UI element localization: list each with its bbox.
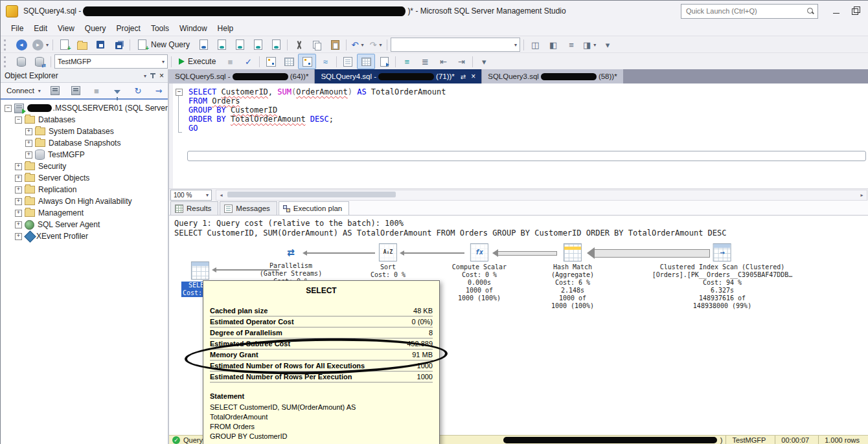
tree-node-testmgfp[interactable]: +TestMGFP [1, 149, 168, 161]
tree-node-databases[interactable]: −Databases [1, 114, 168, 126]
menu-help[interactable]: Help [212, 22, 239, 35]
messages-tab[interactable]: Messages [220, 201, 277, 215]
menu-project[interactable]: Project [111, 22, 146, 35]
query-editor[interactable]: − SELECT CustomerID, SUM(OrderAmount) AS… [169, 83, 868, 188]
connect-server-icon[interactable] [46, 83, 64, 98]
expand-icon[interactable]: + [15, 233, 22, 240]
results-to-grid-button[interactable] [357, 54, 375, 69]
collapse-icon[interactable]: − [15, 117, 22, 124]
chevron-down-icon[interactable]: ▾ [144, 73, 146, 79]
uncomment-selection-button[interactable]: ≣ [416, 54, 434, 69]
restore-button[interactable] [852, 7, 860, 15]
stop-icon[interactable]: ■ [87, 83, 106, 98]
parse-query-button[interactable]: ✓ [239, 54, 257, 69]
menu-tools[interactable]: Tools [146, 22, 174, 35]
properties-window-button[interactable]: ◧ [544, 37, 562, 52]
toolbar-overflow-button[interactable]: ▾ [599, 37, 617, 52]
cut-button[interactable] [290, 37, 308, 52]
close-icon[interactable]: × [159, 72, 164, 80]
code-line-1[interactable]: SELECT CustomerID, SUM(OrderAmount) AS T… [169, 87, 868, 96]
keep-open-icon[interactable]: ⇄ [461, 73, 466, 80]
collapse-icon[interactable]: − [5, 105, 12, 112]
results-tab[interactable]: Results [170, 201, 218, 215]
document-tab-1[interactable]: SQLQuery5.sql - (64))* [169, 69, 315, 83]
connect-database-icon[interactable] [12, 54, 30, 69]
tree-node-sql-server-agent[interactable]: +SQL Server Agent [1, 219, 168, 230]
document-tab-3[interactable]: SQLQuery3.sql(58))* [482, 69, 623, 83]
solution-explorer-button[interactable]: ◫ [526, 37, 544, 52]
new-database-engine-query-button[interactable] [194, 37, 212, 52]
tree-node-management[interactable]: +Management [1, 207, 168, 219]
new-analysis-mdx-query-button[interactable] [212, 37, 231, 52]
tree-node-server-objects[interactable]: +Server Objects [1, 172, 168, 184]
new-query-button[interactable]: New Query [132, 37, 194, 52]
tree-node-always-on-high-availability[interactable]: +Always On High Availability [1, 195, 168, 207]
template-explorer-button[interactable]: ◨▾ [580, 37, 599, 52]
quick-launch-search[interactable] [681, 4, 818, 19]
chevron-down-icon[interactable]: ▾ [162, 59, 165, 65]
expand-icon[interactable]: + [15, 221, 22, 228]
redo-button[interactable]: ↷▾ [367, 37, 385, 52]
object-explorer-details-button[interactable]: ≡ [562, 37, 580, 52]
pin-icon[interactable] [150, 72, 155, 79]
code-line-2[interactable]: FROM Orders [169, 96, 868, 105]
code-line-4[interactable]: ORDER BY TotalOrderAmount DESC; [169, 115, 868, 124]
new-integration-services-query-button[interactable] [267, 37, 285, 52]
sql-toolbar-overflow-button[interactable]: ▾ [475, 54, 493, 69]
scrollbar-track[interactable] [226, 190, 857, 200]
include-actual-plan-button[interactable] [298, 54, 316, 69]
tree-node-database-snapshots[interactable]: +Database Snapshots [1, 137, 168, 149]
comment-selection-button[interactable]: ≡ [398, 54, 416, 69]
menu-edit[interactable]: Edit [29, 22, 52, 35]
chevron-down-icon[interactable]: ▾ [514, 42, 517, 48]
expand-icon[interactable]: + [15, 175, 22, 182]
tree-node-xevent-profiler[interactable]: +XEvent Profiler [1, 230, 168, 242]
cancel-query-button[interactable]: ■ [221, 54, 239, 69]
tree-node-security[interactable]: +Security [1, 161, 168, 172]
menu-window[interactable]: Window [174, 22, 212, 35]
include-live-statistics-button[interactable]: ≈ [316, 54, 334, 69]
expand-icon[interactable]: + [15, 210, 22, 217]
display-estimated-plan-button[interactable] [262, 54, 280, 69]
expand-icon[interactable]: + [15, 186, 22, 194]
plan-operator-sort[interactable]: SortCost: 0 % [371, 243, 405, 279]
decrease-indent-button[interactable]: ⇤ [434, 54, 452, 69]
scroll-right-arrow[interactable]: ▸ [857, 192, 867, 198]
scrollbar-thumb[interactable] [227, 192, 396, 197]
activity-monitor-icon[interactable]: ⇝ [150, 83, 168, 98]
results-to-file-button[interactable] [375, 54, 393, 69]
disconnect-server-icon[interactable] [67, 83, 85, 98]
copy-button[interactable] [308, 37, 326, 52]
results-to-text-button[interactable] [339, 54, 357, 69]
open-file-button[interactable] [73, 37, 91, 52]
undo-button[interactable]: ↶▾ [348, 37, 367, 52]
filter-icon[interactable] [108, 83, 126, 98]
document-tab-2[interactable]: SQLQuery4.sql - (71))*⇄× [315, 69, 482, 83]
plan-operator-parallelism-gather-streams[interactable]: Parallelism(Gather Streams)Cost: 0 % [260, 243, 322, 285]
expand-icon[interactable]: + [15, 163, 22, 170]
menu-query[interactable]: Query [80, 22, 111, 35]
code-line-3[interactable]: GROUP BY CustomerID [169, 105, 868, 115]
connect-dropdown[interactable]: Connect ▾ [4, 85, 43, 96]
find-combo[interactable]: ▾ [391, 38, 520, 52]
save-all-button[interactable] [109, 37, 128, 52]
code-line-6[interactable] [169, 133, 868, 142]
expand-icon[interactable]: + [15, 198, 22, 205]
execute-button[interactable]: Execute [174, 54, 221, 69]
minimize-button[interactable] [832, 7, 840, 15]
navigate-forward-button[interactable]: ►▾ [30, 37, 51, 52]
toolbar-grip[interactable] [4, 39, 10, 50]
expand-icon[interactable]: + [25, 128, 32, 135]
quick-launch-input[interactable] [685, 6, 804, 16]
horizontal-scrollbar[interactable]: ◂ ▸ [216, 190, 867, 201]
new-analysis-dmx-query-button[interactable] [231, 37, 249, 52]
expand-icon[interactable]: + [25, 151, 32, 159]
menu-file[interactable]: File [6, 22, 29, 35]
expand-icon[interactable]: + [25, 140, 32, 147]
refresh-icon[interactable]: ↻ [129, 83, 147, 98]
scroll-left-arrow[interactable]: ◂ [216, 192, 226, 198]
add-new-item-button[interactable] [55, 37, 73, 52]
tree-node-system-databases[interactable]: +System Databases [1, 126, 168, 137]
increase-indent-button[interactable]: ⇥ [452, 54, 470, 69]
tree-node-replication[interactable]: +Replication [1, 184, 168, 195]
